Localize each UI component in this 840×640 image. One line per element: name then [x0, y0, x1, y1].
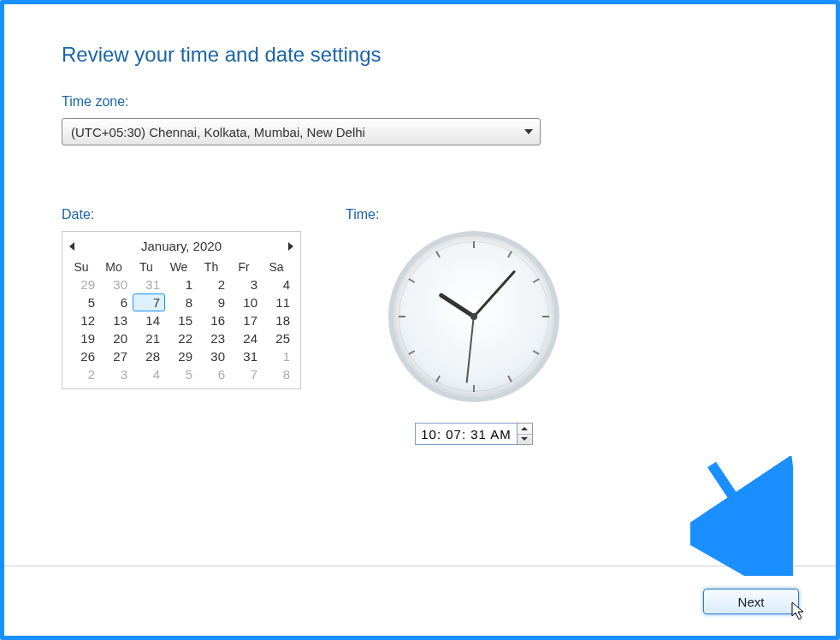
- calendar-dow: Tu: [133, 258, 165, 276]
- calendar-day[interactable]: 27: [100, 347, 133, 365]
- calendar-day[interactable]: 29: [165, 347, 198, 365]
- calendar-day[interactable]: 24: [230, 329, 263, 347]
- calendar-day[interactable]: 2: [68, 365, 100, 383]
- calendar-day[interactable]: 26: [68, 347, 100, 365]
- time-label: Time:: [346, 207, 602, 222]
- time-spinner: [518, 423, 533, 445]
- calendar-day[interactable]: 1: [165, 276, 198, 293]
- calendar-day[interactable]: 9: [198, 293, 230, 311]
- calendar-day[interactable]: 31: [133, 276, 165, 293]
- calendar-day[interactable]: 19: [68, 329, 100, 347]
- time-spin-up[interactable]: [518, 424, 532, 435]
- calendar-day[interactable]: 6: [100, 293, 133, 311]
- time-input[interactable]: 10: 07: 31 AM: [415, 423, 518, 445]
- calendar-day[interactable]: 8: [263, 365, 295, 383]
- footer-divider: [4, 566, 836, 566]
- calendar-dow: Su: [68, 258, 100, 276]
- calendar-day[interactable]: 18: [263, 311, 295, 329]
- calendar-day[interactable]: 2: [198, 276, 230, 293]
- content-area: Review your time and date settings Time …: [62, 43, 813, 613]
- clock-second-hand: [466, 317, 475, 383]
- calendar-day[interactable]: 30: [100, 276, 133, 293]
- calendar-dow: Mo: [100, 258, 133, 276]
- clock-hour-hand: [438, 293, 475, 318]
- calendar-dow: Sa: [263, 258, 295, 276]
- calendar-dow: We: [165, 258, 198, 276]
- clock-minute-hand: [473, 270, 516, 317]
- calendar-day[interactable]: 29: [68, 276, 100, 293]
- calendar-day[interactable]: 10: [230, 293, 263, 311]
- cursor-icon: [790, 601, 807, 621]
- calendar-day[interactable]: 4: [263, 276, 295, 293]
- next-button-label: Next: [738, 595, 765, 609]
- calendar: January, 2020 SuMoTuWeThFrSa293031123456…: [62, 231, 301, 389]
- calendar-day[interactable]: 7: [133, 293, 165, 311]
- calendar-day[interactable]: 3: [100, 365, 133, 383]
- calendar-day[interactable]: 7: [230, 365, 263, 383]
- calendar-day[interactable]: 8: [165, 293, 198, 311]
- chevron-down-icon: [524, 129, 533, 134]
- svg-marker-2: [792, 602, 803, 619]
- calendar-day[interactable]: 30: [198, 347, 230, 365]
- timezone-label: Time zone:: [62, 94, 813, 110]
- calendar-day[interactable]: 16: [198, 311, 230, 329]
- calendar-prev-icon[interactable]: [69, 242, 74, 251]
- calendar-day[interactable]: 15: [165, 311, 198, 329]
- date-label: Date:: [62, 207, 301, 222]
- calendar-month-label: January, 2020: [141, 239, 222, 253]
- calendar-day[interactable]: 17: [230, 311, 263, 329]
- timezone-selected-text: (UTC+05:30) Chennai, Kolkata, Mumbai, Ne…: [71, 125, 365, 139]
- time-spin-down[interactable]: [518, 435, 532, 445]
- calendar-day[interactable]: 22: [165, 329, 198, 347]
- calendar-day[interactable]: 4: [133, 365, 165, 383]
- calendar-day[interactable]: 31: [230, 347, 263, 365]
- calendar-day[interactable]: 20: [100, 329, 133, 347]
- time-input-text: 10: 07: 31 AM: [421, 427, 512, 441]
- calendar-day[interactable]: 25: [263, 329, 295, 347]
- calendar-day[interactable]: 6: [198, 365, 230, 383]
- calendar-day[interactable]: 5: [165, 365, 198, 383]
- analog-clock: [388, 231, 559, 402]
- calendar-next-icon[interactable]: [288, 242, 293, 251]
- calendar-dow: Fr: [230, 258, 263, 276]
- calendar-day[interactable]: 28: [133, 347, 165, 365]
- calendar-day[interactable]: 21: [133, 329, 165, 347]
- calendar-day[interactable]: 5: [68, 293, 100, 311]
- calendar-day[interactable]: 23: [198, 329, 230, 347]
- next-button[interactable]: Next: [703, 589, 799, 614]
- calendar-day[interactable]: 11: [263, 293, 295, 311]
- calendar-day[interactable]: 3: [230, 276, 263, 293]
- calendar-dow: Th: [198, 258, 230, 276]
- timezone-select[interactable]: (UTC+05:30) Chennai, Kolkata, Mumbai, Ne…: [62, 118, 541, 145]
- calendar-day[interactable]: 1: [263, 347, 295, 365]
- calendar-day[interactable]: 13: [100, 311, 133, 329]
- page-title: Review your time and date settings: [62, 43, 813, 67]
- calendar-day[interactable]: 12: [68, 311, 100, 329]
- chevron-up-icon: [521, 427, 528, 430]
- chevron-down-icon: [521, 437, 528, 441]
- calendar-day[interactable]: 14: [133, 311, 165, 329]
